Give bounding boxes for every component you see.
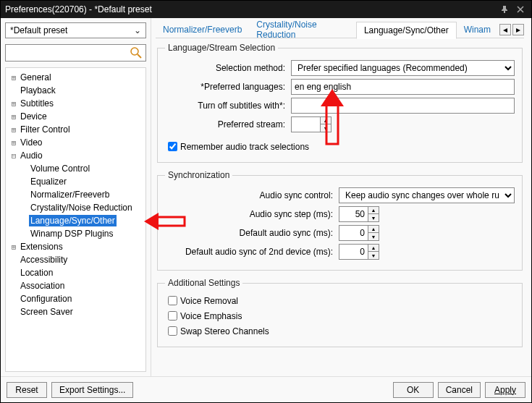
svg-line-1 — [138, 54, 141, 58]
reset-button[interactable]: Reset — [7, 382, 47, 398]
tree-node[interactable]: Winamp DSP Plugins — [6, 227, 145, 240]
remember-audio-checkbox[interactable] — [168, 142, 177, 151]
audio-sync-step-input[interactable] — [339, 206, 368, 222]
default-audio-sync2-input[interactable] — [339, 244, 368, 260]
expand-icon[interactable]: ⊞ — [9, 73, 19, 82]
tree-label: Video — [19, 137, 43, 148]
tree-node[interactable]: Playback — [6, 84, 145, 97]
tree-label: General — [19, 72, 53, 83]
tab-scroll-right[interactable]: ▸ — [512, 24, 524, 35]
close-button[interactable] — [514, 3, 527, 16]
tree-node[interactable]: Accessibility — [6, 253, 145, 266]
additional-settings-group: Additional Settings Voice Removal Voice … — [157, 278, 523, 347]
default-audio-sync-input[interactable] — [339, 225, 368, 241]
search-input[interactable] — [9, 47, 130, 59]
preferred-languages-label: *Preferred languages: — [165, 82, 291, 92]
tree-node[interactable]: ⊞Extensions — [6, 240, 145, 253]
spin-up-icon[interactable]: ▲ — [368, 226, 379, 233]
tree-node[interactable]: Location — [6, 266, 145, 279]
tree-node[interactable]: Association — [6, 279, 145, 292]
titlebar: Preferences(220706) - *Default preset — [1, 1, 531, 18]
spin-up-icon[interactable]: ▲ — [368, 245, 379, 252]
voice-removal-checkbox[interactable] — [168, 296, 177, 305]
tree-node[interactable]: Volume Control — [6, 162, 145, 175]
chevron-down-icon: ⌄ — [134, 25, 141, 35]
apply-button[interactable]: Apply — [485, 382, 525, 398]
tree-label: Subtitles — [19, 98, 55, 109]
tree-node[interactable]: Screen Saver — [6, 305, 145, 318]
collapse-icon[interactable]: ⊟ — [9, 151, 19, 161]
tree-node[interactable]: Normalizer/Freeverb — [6, 188, 145, 201]
spin-up-icon[interactable]: ▲ — [321, 117, 331, 124]
spin-down-icon[interactable]: ▼ — [368, 252, 379, 259]
expand-icon[interactable]: ⊞ — [9, 99, 19, 109]
tree-node[interactable]: ⊞Device — [6, 110, 145, 123]
tab[interactable]: Crystality/Noise Reduction — [249, 21, 356, 38]
search-box[interactable] — [5, 44, 146, 61]
tree-label: Crystality/Noise Reduction — [29, 202, 134, 213]
tree-node[interactable]: ⊞Filter Control — [6, 123, 145, 136]
spin-up-icon[interactable]: ▲ — [368, 207, 379, 214]
spin-down-icon[interactable]: ▼ — [368, 233, 379, 240]
category-tree[interactable]: ⊞GeneralPlayback⊞Subtitles⊞Device⊞Filter… — [5, 67, 146, 372]
voice-emphasis-label: Voice Emphasis — [180, 311, 242, 321]
audio-sync-control-label: Audio sync control: — [165, 190, 339, 200]
audio-sync-step-spinner[interactable]: ▲▼ — [339, 206, 379, 222]
tree-label: Screen Saver — [19, 306, 75, 318]
spin-down-icon[interactable]: ▼ — [368, 214, 379, 221]
tree-label: Extensions — [19, 241, 64, 253]
tree-node[interactable]: ⊟Audio — [6, 149, 145, 162]
swap-stereo-checkbox[interactable] — [168, 326, 177, 336]
tab[interactable]: Winam — [457, 21, 498, 38]
tab[interactable]: Normalizer/Freeverb — [156, 21, 249, 38]
export-settings-button[interactable]: Export Settings... — [51, 382, 133, 398]
preset-value: *Default preset — [10, 25, 134, 35]
tree-node[interactable]: ⊞Video — [6, 136, 145, 149]
voice-removal-label: Voice Removal — [180, 296, 238, 306]
expand-icon[interactable]: ⊞ — [9, 138, 19, 148]
pin-button[interactable] — [498, 3, 511, 16]
default-audio-sync2-spinner[interactable]: ▲▼ — [339, 244, 379, 260]
default-audio-sync-spinner[interactable]: ▲▼ — [339, 225, 379, 241]
preferred-stream-spinner[interactable]: ▲▼ — [291, 116, 332, 132]
tree-node[interactable]: Configuration — [6, 292, 145, 305]
expand-icon[interactable]: ⊞ — [9, 125, 19, 135]
default-audio-sync-label: Default audio sync (ms): — [165, 228, 339, 238]
selection-method-select[interactable]: Prefer specified languages (Recommended) — [291, 60, 515, 76]
spin-down-icon[interactable]: ▼ — [321, 124, 331, 132]
audio-sync-step-label: Audio sync step (ms): — [165, 209, 339, 219]
preferred-stream-label: Preferred stream: — [165, 119, 291, 130]
tree-label: Filter Control — [19, 124, 72, 135]
tree-label: Location — [19, 267, 54, 279]
tree-node[interactable]: ⊞Subtitles — [6, 97, 145, 110]
ok-button[interactable]: OK — [393, 382, 434, 398]
cancel-button[interactable]: Cancel — [438, 382, 481, 398]
preferred-stream-input[interactable] — [291, 116, 321, 132]
window-title: Preferences(220706) - *Default preset — [5, 4, 495, 14]
tree-label: Equalizer — [29, 176, 68, 187]
preferred-languages-input[interactable] — [291, 79, 515, 95]
preset-combo[interactable]: *Default preset ⌄ — [5, 22, 146, 38]
additional-settings-legend: Additional Settings — [165, 278, 242, 288]
voice-emphasis-checkbox[interactable] — [168, 311, 177, 321]
turn-off-subtitles-input[interactable] — [291, 98, 515, 114]
expand-icon[interactable]: ⊞ — [9, 242, 19, 252]
tree-node[interactable]: Crystality/Noise Reduction — [6, 201, 145, 214]
tree-label: Device — [19, 111, 48, 122]
tree-node[interactable]: Equalizer — [6, 175, 145, 188]
expand-icon[interactable]: ⊞ — [9, 112, 19, 122]
tree-label: Accessibility — [19, 254, 69, 266]
tree-label: Audio — [19, 150, 44, 161]
tree-node[interactable]: ⊞General — [6, 71, 145, 84]
synchronization-group: Synchronization Audio sync control: Keep… — [157, 170, 523, 271]
search-icon — [130, 46, 143, 59]
tree-label: Volume Control — [29, 163, 91, 174]
turn-off-subtitles-label: Turn off subtitles with*: — [165, 101, 291, 111]
audio-sync-control-select[interactable]: Keep audio sync changes over whole ru — [339, 187, 515, 203]
remember-audio-label: Remember audio track selections — [180, 142, 309, 152]
tab-scroll-left[interactable]: ◂ — [499, 24, 511, 35]
tree-label: Winamp DSP Plugins — [29, 228, 115, 239]
tab[interactable]: Language/Sync/Other — [356, 22, 457, 39]
tree-node[interactable]: Language/Sync/Other — [6, 214, 145, 227]
tab-row: Normalizer/FreeverbCrystality/Noise Redu… — [156, 21, 524, 38]
